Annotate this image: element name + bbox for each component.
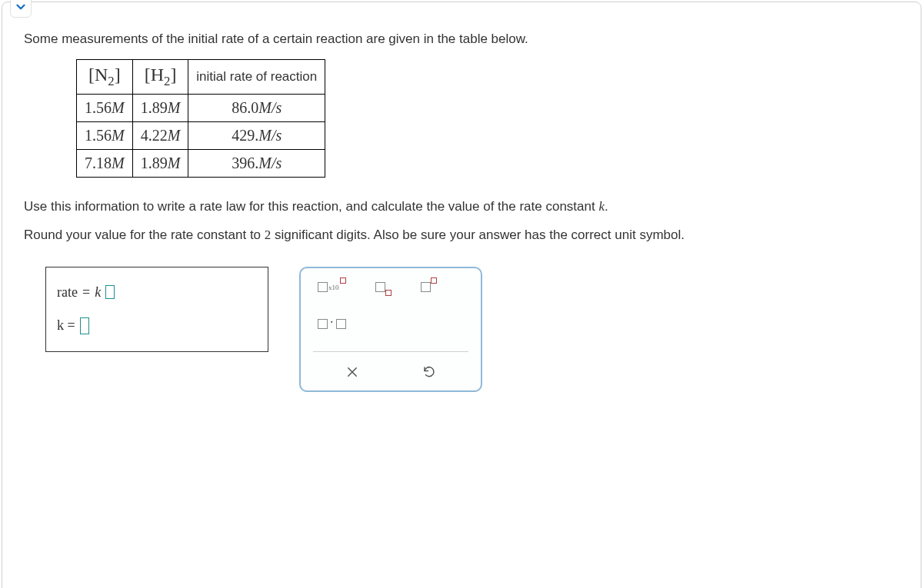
equals: = (82, 284, 90, 301)
reset-button[interactable] (418, 361, 440, 383)
cell-n2: 1.56M (77, 94, 133, 121)
sci-notation-button[interactable]: x10 (318, 277, 346, 297)
multiply-button[interactable]: · (318, 314, 346, 334)
instruction-text-2: Round your value for the rate constant t… (24, 224, 899, 245)
chevron-down-icon (14, 0, 28, 14)
k-variable: k (95, 284, 101, 301)
close-icon (345, 365, 359, 379)
superscript-button[interactable] (421, 277, 437, 297)
collapse-button[interactable] (10, 0, 32, 18)
k-value-line: k = (57, 317, 257, 334)
table-row: 7.18M 1.89M 396.M/s (77, 149, 325, 177)
math-tool-panel: x10 · (299, 267, 482, 392)
question-panel: Some measurements of the initial rate of… (2, 2, 921, 588)
rate-input[interactable] (105, 285, 115, 299)
cell-rate: 429.M/s (188, 121, 325, 149)
tool-row-2: · (313, 314, 468, 334)
cell-n2: 1.56M (77, 121, 133, 149)
cell-n2: 7.18M (77, 149, 133, 177)
undo-icon (422, 365, 436, 379)
header-rate: initial rate of reaction (188, 59, 325, 94)
instruction-text-1: Use this information to write a rate law… (24, 196, 899, 217)
rate-label: rate (57, 284, 78, 301)
clear-button[interactable] (342, 361, 363, 383)
cell-rate: 86.0M/s (188, 94, 325, 121)
action-row (313, 351, 468, 383)
k-input[interactable] (80, 317, 89, 334)
tool-row-1: x10 (313, 277, 468, 297)
subscript-button[interactable] (375, 277, 392, 297)
cell-h2: 1.89M (132, 94, 188, 121)
header-n2: [N2] (77, 59, 133, 94)
answer-area: rate = k k = x10 (45, 267, 899, 392)
rate-law-line: rate = k (57, 284, 257, 301)
data-table: [N2] [H2] initial rate of reaction 1.56M… (76, 59, 325, 178)
question-content: Some measurements of the initial rate of… (2, 2, 921, 392)
table-row: 1.56M 1.89M 86.0M/s (77, 94, 325, 121)
cell-h2: 1.89M (132, 149, 188, 177)
cell-rate: 396.M/s (188, 149, 325, 177)
header-h2: [H2] (132, 59, 188, 94)
table-header-row: [N2] [H2] initial rate of reaction (77, 59, 325, 94)
cell-h2: 4.22M (132, 121, 188, 149)
answer-box: rate = k k = (45, 267, 268, 352)
k-label: k = (57, 317, 75, 334)
table-row: 1.56M 4.22M 429.M/s (77, 121, 325, 149)
intro-text: Some measurements of the initial rate of… (24, 30, 899, 48)
